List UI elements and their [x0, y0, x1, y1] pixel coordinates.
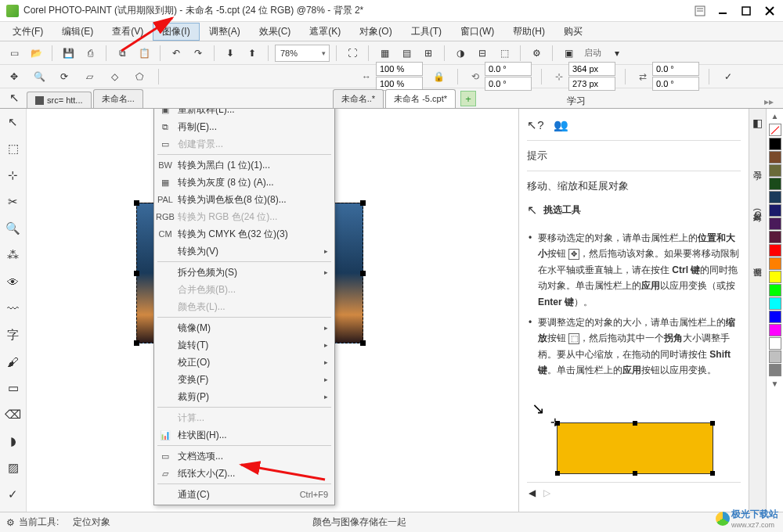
swatch-17[interactable] [769, 364, 781, 376]
perspective-icon[interactable]: ⬠ [130, 67, 149, 86]
handle-e[interactable] [360, 271, 366, 276]
swatch-1[interactable] [769, 151, 781, 164]
menu-help[interactable]: 帮助(H) [503, 23, 554, 41]
menu-file[interactable]: 文件(F) [3, 23, 52, 41]
menu-duplicate[interactable]: ⧉再制(E)... [154, 118, 334, 135]
redeye-tool-icon[interactable]: 👁 [3, 271, 23, 292]
apply-icon[interactable]: ✓ [719, 67, 738, 86]
menu-transform[interactable]: 变换(F)▸ [154, 371, 334, 388]
swatch-8[interactable] [769, 244, 781, 257]
handle-sw[interactable] [134, 340, 139, 346]
export-icon[interactable]: ⬆ [243, 44, 262, 63]
angle1-input[interactable] [485, 62, 532, 76]
invert-icon[interactable]: ⊟ [473, 44, 492, 63]
save-icon[interactable]: 💾 [59, 44, 78, 63]
tab-4[interactable]: 未命名 -5.cpt* [385, 89, 456, 108]
redo-icon[interactable]: ↷ [189, 44, 207, 63]
new-tab-button[interactable]: + [460, 91, 476, 106]
marquee-tool-icon[interactable]: ⬚ [3, 138, 23, 159]
paste-icon[interactable]: 📋 [135, 44, 153, 63]
liquid-tool-icon[interactable]: 〰 [3, 298, 23, 318]
handle-ne[interactable] [360, 200, 366, 206]
options-icon[interactable]: ⚙ [527, 44, 546, 63]
canvas-area[interactable]: ✂剪切图实验室(C)... ⫘接合(I)... ▦智能塑造(S)... ▣重新取… [27, 109, 518, 531]
app-launch-icon[interactable]: ▣ [559, 44, 578, 63]
menu-to-gray[interactable]: ▦转换为灰度 (8 位) (A)... [154, 174, 334, 191]
palette-down-icon[interactable]: ▼ [771, 379, 779, 388]
guide-icon[interactable]: ⊞ [419, 44, 438, 63]
lock-ratio-icon[interactable]: 🔒 [429, 67, 448, 86]
handle-nw[interactable] [134, 200, 139, 206]
overflow-icon[interactable] [694, 5, 706, 17]
menu-histogram[interactable]: 📊柱状图(H)... [154, 426, 334, 444]
swatch-11[interactable] [769, 284, 781, 297]
distort-icon[interactable]: ◇ [105, 67, 124, 86]
scale-x-input[interactable] [376, 62, 423, 76]
open-icon[interactable]: 📂 [27, 44, 45, 63]
transparency-tool-icon[interactable]: ▨ [3, 458, 23, 478]
palette-up-icon[interactable]: ▲ [771, 112, 779, 120]
learn-tab-label[interactable]: 学习 [567, 95, 586, 108]
swatch-2[interactable] [769, 164, 781, 177]
swatch-15[interactable] [769, 337, 781, 350]
menu-to-bw[interactable]: BW转换为黑白 (1 位)(1)... [154, 156, 334, 174]
tab-2[interactable]: 未命名... [93, 89, 143, 108]
menu-adjust[interactable]: 调整(A) [200, 23, 250, 41]
close-button[interactable] [763, 4, 777, 18]
mask-icon[interactable]: ◑ [451, 44, 470, 63]
transform-tool-icon[interactable]: ⊹ [3, 165, 23, 185]
eyedropper-tool-icon[interactable]: ✓ [3, 484, 23, 505]
menu-window[interactable]: 窗口(W) [451, 23, 503, 41]
brush-tool-icon[interactable]: 🖌 [3, 351, 23, 372]
gear-icon[interactable]: ⚙ [6, 517, 15, 528]
eraser-tool-icon[interactable]: ⌫ [3, 404, 23, 425]
panel-menu-icon[interactable]: ▸▸ [764, 96, 774, 107]
swatch-16[interactable] [769, 350, 781, 363]
rect-tool-icon[interactable]: ▭ [3, 378, 23, 398]
menu-effect[interactable]: 效果(C) [250, 23, 301, 41]
swatch-7[interactable] [769, 231, 781, 243]
community-icon[interactable]: 👥 [552, 117, 569, 134]
menu-mirror[interactable]: 镜像(M)▸ [154, 319, 334, 336]
menu-buy[interactable]: 购买 [554, 23, 592, 41]
swatch-9[interactable] [769, 257, 781, 270]
zoom-toolbox-icon[interactable]: 🔍 [3, 218, 23, 239]
menu-correct[interactable]: 校正(O)▸ [154, 354, 334, 371]
menu-paper-size[interactable]: ▱纸张大小(Z)... [154, 465, 334, 482]
vtab-objects[interactable]: 对象 (O) [750, 201, 765, 225]
swatch-13[interactable] [769, 311, 781, 323]
docker-cube-icon[interactable]: ◧ [752, 117, 763, 129]
angle2-input[interactable] [485, 77, 532, 91]
text-tool-icon[interactable]: 字 [3, 325, 23, 345]
clear-icon[interactable]: ⬚ [495, 44, 514, 63]
vtab-learn[interactable]: 学习 [750, 160, 765, 170]
print-icon[interactable]: ⎙ [81, 44, 99, 63]
maximize-button[interactable] [739, 4, 753, 18]
menu-crop[interactable]: 裁剪(P)▸ [154, 388, 334, 405]
menu-to-cmyk[interactable]: CM转换为 CMYK 色(32 位)(3) [154, 225, 334, 243]
menu-convert[interactable]: 转换为(V)▸ [154, 243, 334, 260]
height-input[interactable] [568, 77, 615, 91]
rotate-icon[interactable]: ⟳ [55, 67, 74, 86]
off2-input[interactable] [652, 77, 699, 91]
menu-to-palette[interactable]: PAL转换为调色板色(8 位)(8)... [154, 191, 334, 208]
menu-tool[interactable]: 工具(T) [402, 23, 451, 41]
menu-edit[interactable]: 编辑(E) [52, 23, 103, 41]
handle-se[interactable] [360, 340, 366, 346]
swatch-5[interactable] [769, 204, 781, 217]
import-icon[interactable]: ⬇ [221, 44, 240, 63]
pick-tool-mini-icon[interactable]: ↖ [3, 88, 25, 108]
swatch-none[interactable] [769, 124, 781, 136]
shadow-tool-icon[interactable]: ◗ [3, 431, 23, 451]
handle-w[interactable] [134, 271, 139, 276]
copy-icon[interactable]: ⧉ [113, 44, 132, 63]
menu-view[interactable]: 查看(V) [103, 23, 153, 41]
grid-icon[interactable]: ▤ [397, 44, 416, 63]
minimize-button[interactable] [716, 4, 730, 18]
position-icon[interactable]: ✥ [5, 67, 23, 86]
swatch-0[interactable] [769, 138, 781, 150]
fullscreen-icon[interactable]: ⛶ [343, 44, 362, 63]
menu-channels[interactable]: 通道(C)Ctrl+F9 [154, 486, 334, 503]
dropdown-icon[interactable]: ▾ [608, 44, 626, 63]
swatch-14[interactable] [769, 324, 781, 336]
